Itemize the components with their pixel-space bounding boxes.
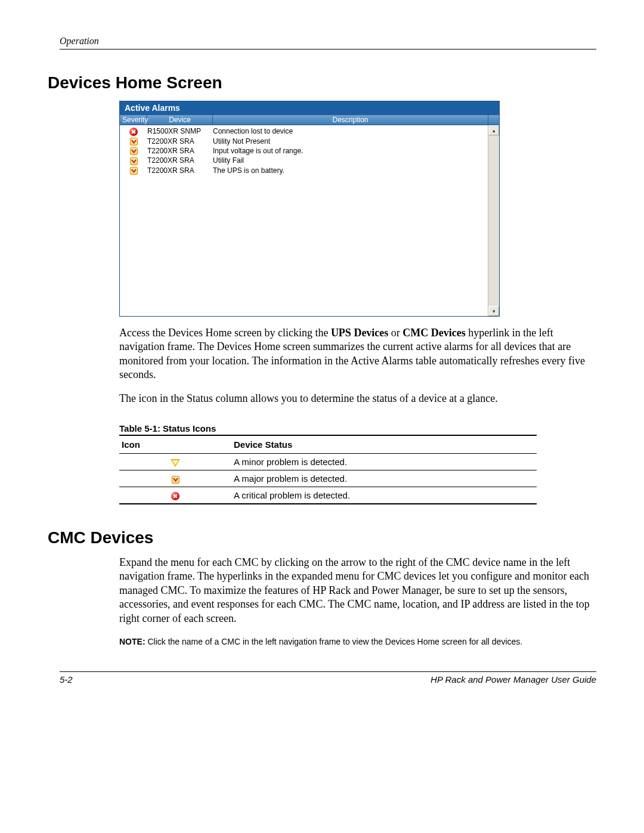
status-text: A critical problem is detected. <box>231 487 537 504</box>
alarm-description: Connection lost to device <box>213 127 488 136</box>
page-header: Operation <box>60 36 596 49</box>
major-icon <box>130 138 138 145</box>
alarm-row[interactable]: T2200XR SRA Utility Not Present <box>120 137 488 146</box>
doc-title: HP Rack and Power Manager User Guide <box>431 674 596 685</box>
major-icon <box>130 157 138 165</box>
th-icon: Icon <box>119 436 231 454</box>
status-icons-table: Icon Device Status A minor problem is de… <box>119 435 537 504</box>
scroll-down-button[interactable]: ▾ <box>488 306 499 316</box>
alarm-row[interactable]: T2200XR SRA The UPS is on battery. <box>120 166 488 175</box>
note-text: Click the name of a CMC in the left navi… <box>145 637 523 646</box>
alarm-device: R1500XR SNMP <box>147 127 213 136</box>
scroll-up-button[interactable]: ▴ <box>488 125 499 135</box>
major-icon <box>172 476 179 484</box>
critical-icon <box>171 492 179 500</box>
alarm-description: Input voltage is out of range. <box>213 147 488 155</box>
page-number: 5-2 <box>60 674 73 685</box>
status-text: A minor problem is detected. <box>231 453 537 470</box>
status-text: A major problem is detected. <box>231 470 537 487</box>
alarm-device: T2200XR SRA <box>147 147 213 155</box>
page-footer: 5-2 HP Rack and Power Manager User Guide <box>60 671 596 685</box>
alarm-rows: R1500XR SNMP Connection lost to device T… <box>120 125 488 316</box>
alarm-device: T2200XR SRA <box>147 156 213 165</box>
paragraph: Expand the menu for each CMC by clicking… <box>119 556 596 625</box>
note-block: NOTE: Click the name of a CMC in the lef… <box>119 636 596 648</box>
alarm-header-row: Severity Device Description <box>120 114 499 125</box>
active-alarms-panel: Active Alarms Severity Device Descriptio… <box>119 101 500 317</box>
alarm-description: Utility Fail <box>213 156 488 165</box>
heading-devices-home: Devices Home Screen <box>48 73 596 92</box>
active-alarms-title: Active Alarms <box>120 101 499 114</box>
alarm-description: Utility Not Present <box>213 137 488 145</box>
th-status: Device Status <box>231 436 537 454</box>
col-header-description[interactable]: Description <box>213 115 488 125</box>
col-header-severity[interactable]: Severity <box>120 115 147 125</box>
table-row: A major problem is detected. <box>119 470 537 487</box>
alarm-row[interactable]: T2200XR SRA Utility Fail <box>120 156 488 165</box>
text: or <box>388 327 402 339</box>
major-icon <box>130 167 138 175</box>
alarm-device: T2200XR SRA <box>147 166 213 175</box>
table-row: A critical problem is detected. <box>119 487 537 504</box>
paragraph: Access the Devices Home screen by clicki… <box>119 326 596 382</box>
alarm-row[interactable]: R1500XR SNMP Connection lost to device <box>120 126 488 137</box>
minor-icon <box>171 459 180 467</box>
table-row: A minor problem is detected. <box>119 453 537 470</box>
alarm-device: T2200XR SRA <box>147 137 213 145</box>
alarm-description: The UPS is on battery. <box>213 166 488 175</box>
section-name: Operation <box>60 36 99 46</box>
major-icon <box>130 147 138 155</box>
heading-cmc-devices: CMC Devices <box>48 528 596 547</box>
ups-devices-link-ref: UPS Devices <box>331 327 388 339</box>
alarm-row[interactable]: T2200XR SRA Input voltage is out of rang… <box>120 146 488 156</box>
critical-icon <box>129 128 138 136</box>
cmc-devices-link-ref: CMC Devices <box>402 327 465 339</box>
paragraph: The icon in the Status column allows you… <box>119 392 596 405</box>
note-label: NOTE: <box>119 637 145 646</box>
col-header-device[interactable]: Device <box>147 115 213 125</box>
text: Access the Devices Home screen by clicki… <box>119 327 331 339</box>
scrollbar[interactable]: ▴ ▾ <box>488 125 499 316</box>
table-caption: Table 5-1: Status Icons <box>119 423 596 433</box>
